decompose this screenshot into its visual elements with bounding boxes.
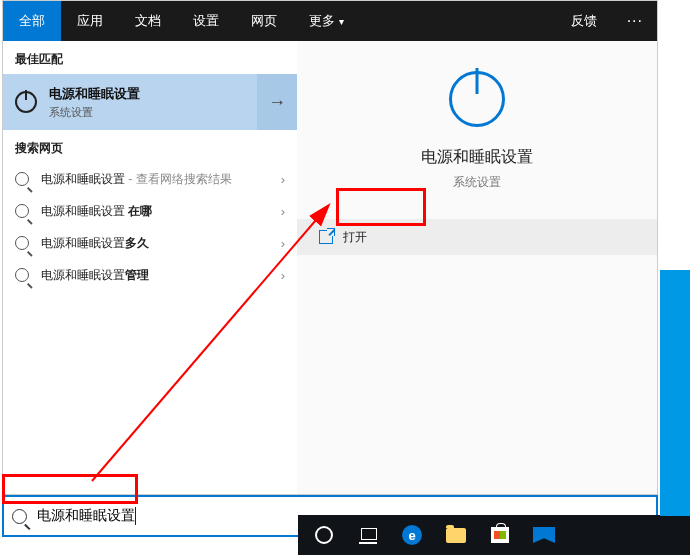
desktop-edge: [660, 270, 690, 516]
search-icon: [15, 236, 29, 250]
best-match-header: 最佳匹配: [3, 41, 297, 74]
web-result-text: 电源和睡眠设置 - 查看网络搜索结果: [41, 171, 281, 188]
open-action-button[interactable]: 打开: [297, 219, 657, 255]
web-result-item[interactable]: 电源和睡眠设置 在哪 ›: [3, 195, 297, 227]
web-result-item[interactable]: 电源和睡眠设置管理 ›: [3, 259, 297, 291]
taskbar-store-icon[interactable]: [478, 515, 522, 555]
search-results-panel: 全部 应用 文档 设置 网页 更多▾ 反馈 ··· 最佳匹配 电源和睡眠设置 系…: [2, 0, 658, 495]
tab-settings[interactable]: 设置: [177, 1, 235, 41]
expand-details-button[interactable]: →: [257, 74, 297, 130]
best-match-item[interactable]: 电源和睡眠设置 系统设置 →: [3, 74, 297, 130]
tab-more[interactable]: 更多▾: [293, 1, 360, 41]
taskbar-taskview-icon[interactable]: [346, 515, 390, 555]
results-list: 最佳匹配 电源和睡眠设置 系统设置 → 搜索网页 电源和睡眠设置 - 查看网络搜…: [3, 41, 297, 494]
taskbar-mail-icon[interactable]: [522, 515, 566, 555]
search-icon: [12, 509, 27, 524]
tab-documents[interactable]: 文档: [119, 1, 177, 41]
tab-more-label: 更多: [309, 12, 335, 30]
detail-title: 电源和睡眠设置: [421, 147, 533, 168]
search-input-text: 电源和睡眠设置: [37, 507, 135, 525]
chevron-down-icon: ▾: [339, 16, 344, 27]
tab-apps[interactable]: 应用: [61, 1, 119, 41]
chevron-right-icon: ›: [281, 204, 285, 219]
feedback-link[interactable]: 反馈: [555, 12, 613, 30]
web-result-text: 电源和睡眠设置管理: [41, 267, 281, 284]
chevron-right-icon: ›: [281, 172, 285, 187]
search-icon: [15, 268, 29, 282]
search-icon: [15, 204, 29, 218]
detail-pane: 电源和睡眠设置 系统设置 打开: [297, 41, 657, 494]
taskbar-cortana-icon[interactable]: [302, 515, 346, 555]
open-icon: [319, 230, 333, 244]
filter-tab-bar: 全部 应用 文档 设置 网页 更多▾ 反馈 ···: [3, 1, 657, 41]
taskbar-explorer-icon[interactable]: [434, 515, 478, 555]
taskbar: e: [298, 515, 690, 555]
chevron-right-icon: ›: [281, 268, 285, 283]
more-options-icon[interactable]: ···: [613, 12, 657, 30]
web-result-item[interactable]: 电源和睡眠设置 - 查看网络搜索结果 ›: [3, 163, 297, 195]
web-result-text: 电源和睡眠设置多久: [41, 235, 281, 252]
open-label: 打开: [343, 229, 367, 246]
tab-web[interactable]: 网页: [235, 1, 293, 41]
arrow-right-icon: →: [268, 92, 286, 113]
taskbar-edge-icon[interactable]: e: [390, 515, 434, 555]
text-cursor: [135, 507, 136, 525]
web-result-item[interactable]: 电源和睡眠设置多久 ›: [3, 227, 297, 259]
chevron-right-icon: ›: [281, 236, 285, 251]
results-content: 最佳匹配 电源和睡眠设置 系统设置 → 搜索网页 电源和睡眠设置 - 查看网络搜…: [3, 41, 657, 494]
power-icon-large: [449, 71, 505, 127]
best-match-title: 电源和睡眠设置: [49, 85, 285, 103]
power-icon: [15, 91, 37, 113]
tab-all[interactable]: 全部: [3, 1, 61, 41]
detail-subtitle: 系统设置: [453, 174, 501, 191]
search-web-header: 搜索网页: [3, 130, 297, 163]
web-result-text: 电源和睡眠设置 在哪: [41, 203, 281, 220]
best-match-subtitle: 系统设置: [49, 105, 285, 120]
best-match-text: 电源和睡眠设置 系统设置: [49, 85, 285, 120]
search-icon: [15, 172, 29, 186]
